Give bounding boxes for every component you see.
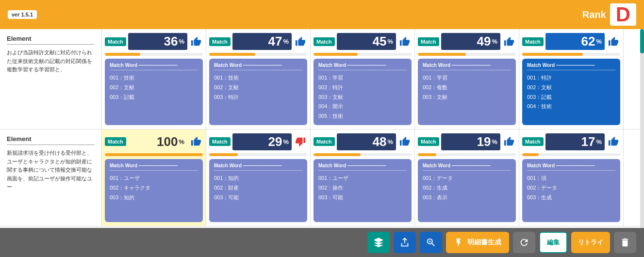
- match-word-box-1-0: Match Word ———————— 001：ユーザ002：キャラクタ003：…: [105, 159, 203, 222]
- match-word-box-0-4: Match Word ———————— 001：特許002：文献003：記載00…: [522, 59, 620, 125]
- match-word-title: Match Word ————————: [527, 63, 615, 70]
- layers-button[interactable]: [367, 232, 390, 253]
- percent-sign: %: [179, 138, 184, 145]
- word-item: 001：学習: [423, 73, 511, 83]
- percent-sign: %: [492, 38, 497, 45]
- match-header-0-4: Match 62%: [522, 33, 620, 50]
- scrollbar-thumb[interactable]: [640, 29, 644, 53]
- percent-num: 62: [581, 34, 595, 49]
- thumb-up-icon[interactable]: [502, 135, 516, 148]
- progress-bar-fill: [105, 53, 140, 56]
- progress-bar-wrap: [105, 153, 203, 156]
- grid-row-0: Element および当該特許文献に対応付けられた従来技術文献の記載の対応関係を…: [0, 29, 644, 129]
- match-header-1-0: Match 100%: [105, 133, 203, 150]
- word-item: 003：記載: [110, 93, 198, 102]
- word-item: 001：技術: [110, 73, 198, 83]
- word-item: 003：表示: [423, 193, 511, 203]
- scroll-area[interactable]: Element および当該特許文献に対応付けられた従来技術文献の記載の対応関係を…: [0, 29, 644, 228]
- word-item: 002：文献: [214, 83, 302, 93]
- percent-sign: %: [179, 38, 184, 45]
- match-percent-area: 19%: [441, 133, 500, 150]
- delete-button[interactable]: [614, 232, 636, 253]
- match-word-title: Match Word ————————: [214, 63, 302, 70]
- percent-num: 47: [268, 34, 282, 49]
- word-item: 002：特許: [318, 83, 407, 93]
- match-percent-area: 45%: [337, 33, 396, 50]
- version-badge: ver 1.5.1: [8, 10, 37, 19]
- match-badge: Match: [105, 137, 126, 146]
- progress-bar-wrap: [522, 53, 620, 56]
- match-header-1-1: Match 29%: [209, 133, 307, 150]
- progress-bar-fill: [418, 53, 466, 56]
- match-word-title: Match Word ————————: [110, 63, 198, 70]
- rank-value: D: [610, 3, 636, 26]
- export-button[interactable]: [394, 232, 416, 253]
- match-badge: Match: [314, 137, 335, 146]
- word-item: 001：ユーザ: [318, 174, 407, 183]
- thumb-up-icon[interactable]: [189, 135, 203, 148]
- thumb-up-icon[interactable]: [398, 35, 412, 48]
- match-col-0-1: Match 47% Match Word ———————— 001：技術002：…: [206, 29, 311, 129]
- element-label: Element: [7, 135, 95, 145]
- element-text: 新規請求項を受け付ける受付部と、ユーザとキャラクタとが知的財産に関する事柄につい…: [7, 149, 95, 192]
- match-percent-area: 48%: [337, 133, 396, 150]
- word-item: 004：技術: [527, 102, 615, 112]
- word-item: 002：操作: [318, 183, 407, 193]
- word-item: 002：文献: [527, 83, 615, 93]
- thumb-up-icon[interactable]: [607, 35, 620, 48]
- edit-button[interactable]: 編集: [539, 232, 567, 253]
- thumb-down-icon[interactable]: [294, 135, 307, 148]
- match-col-1-3: Match 19% Match Word ———————— 001：データ002…: [415, 129, 519, 226]
- top-bar: ver 1.5.1 Rank D: [0, 0, 644, 29]
- match-header-0-0: Match 36%: [105, 33, 203, 50]
- progress-bar-wrap: [314, 153, 412, 156]
- percent-sign: %: [283, 38, 289, 45]
- percent-num: 19: [477, 134, 491, 149]
- retry-button[interactable]: リトライ: [571, 232, 610, 253]
- thumb-up-icon[interactable]: [189, 35, 203, 48]
- match-percent-area: 100%: [128, 133, 187, 150]
- word-item: 003：記載: [527, 93, 615, 102]
- match-badge: Match: [522, 37, 544, 46]
- thumb-up-icon[interactable]: [502, 35, 516, 48]
- thumb-up-icon[interactable]: [294, 35, 307, 48]
- match-col-0-0: Match 36% Match Word ———————— 001：技術002：…: [102, 29, 206, 129]
- progress-bar-fill: [209, 153, 238, 156]
- match-word-box-1-2: Match Word ———————— 001：ユーザ002：操作003：可能: [314, 159, 412, 222]
- word-item: 002：文献: [110, 83, 198, 93]
- refresh-button[interactable]: [513, 232, 535, 253]
- match-header-1-2: Match 48%: [314, 133, 412, 150]
- match-header-0-1: Match 47%: [209, 33, 307, 50]
- word-item: 001：データ: [423, 174, 511, 183]
- progress-bar-fill: [314, 53, 358, 56]
- scrollbar[interactable]: [640, 29, 644, 228]
- generate-button[interactable]: 明細書生成: [446, 232, 509, 253]
- match-word-box-0-2: Match Word ———————— 001：学習002：特許003：文献00…: [314, 59, 412, 125]
- match-col-0-3: Match 49% Match Word ———————— 001：学習002：…: [415, 29, 519, 129]
- progress-bar-fill: [105, 153, 203, 156]
- zoom-button[interactable]: [420, 232, 442, 253]
- thumb-up-icon[interactable]: [607, 135, 620, 148]
- match-word-title: Match Word ————————: [318, 163, 407, 171]
- rank-label: Rank: [582, 9, 606, 20]
- progress-bar-wrap: [522, 153, 620, 156]
- match-percent-area: 49%: [441, 33, 500, 50]
- word-item: 005：技術: [318, 112, 407, 121]
- match-header-1-3: Match 19%: [418, 133, 516, 150]
- match-word-box-0-0: Match Word ———————— 001：技術002：文献003：記載: [105, 59, 203, 125]
- percent-sign: %: [492, 138, 497, 145]
- match-badge: Match: [418, 137, 439, 146]
- element-col-1: Element 新規請求項を受け付ける受付部と、ユーザとキャラクタとが知的財産に…: [0, 129, 102, 226]
- word-item: 002：データ: [527, 183, 615, 193]
- progress-bar-wrap: [418, 53, 516, 56]
- match-badge: Match: [209, 137, 231, 146]
- progress-bar-fill: [522, 53, 583, 56]
- percent-num: 36: [164, 34, 178, 49]
- word-item: 002：複数: [423, 83, 511, 93]
- element-col-0: Element および当該特許文献に対応付けられた従来技術文献の記載の対応関係を…: [0, 29, 102, 129]
- word-item: 001：知的: [214, 174, 302, 183]
- percent-num: 100: [157, 134, 178, 149]
- element-text: および当該特許文献に対応付けられた従来技術文献の記載の対応関係を複数学習する学習…: [7, 48, 95, 74]
- thumb-up-icon[interactable]: [398, 135, 412, 148]
- word-item: 001：特許: [527, 73, 615, 83]
